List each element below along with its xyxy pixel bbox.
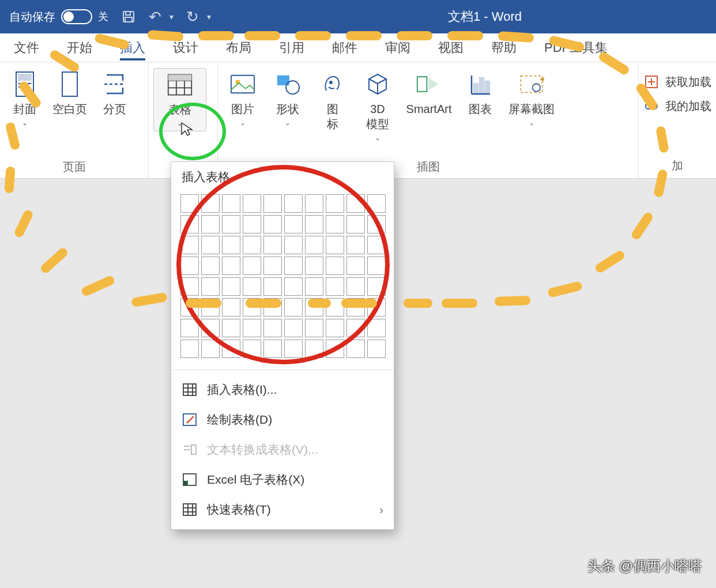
- grid-cell[interactable]: [180, 298, 199, 316]
- addins-get-button[interactable]: 获取加载: [643, 74, 711, 90]
- grid-cell[interactable]: [243, 298, 261, 316]
- grid-cell[interactable]: [367, 340, 386, 358]
- tab-home[interactable]: 开始: [53, 33, 106, 62]
- grid-cell[interactable]: [284, 257, 303, 275]
- grid-cell[interactable]: [243, 236, 261, 254]
- grid-cell[interactable]: [201, 298, 220, 316]
- grid-cell[interactable]: [305, 319, 323, 337]
- grid-cell[interactable]: [326, 340, 344, 358]
- grid-cell[interactable]: [367, 194, 386, 213]
- tab-layout[interactable]: 布局: [212, 33, 265, 62]
- grid-cell[interactable]: [305, 194, 323, 213]
- grid-cell[interactable]: [367, 277, 386, 296]
- grid-cell[interactable]: [243, 257, 261, 275]
- autosave-toggle[interactable]: 自动保存 关: [9, 9, 108, 25]
- grid-cell[interactable]: [326, 236, 344, 254]
- grid-cell[interactable]: [367, 319, 386, 337]
- menu-insert-table[interactable]: 插入表格(I)...: [171, 375, 394, 405]
- smartart-button[interactable]: SmartArt: [402, 68, 455, 120]
- table-button[interactable]: 表格 ⌄: [153, 68, 206, 131]
- grid-cell[interactable]: [263, 236, 282, 254]
- grid-cell[interactable]: [243, 340, 261, 358]
- grid-cell[interactable]: [222, 277, 240, 296]
- grid-cell[interactable]: [201, 257, 220, 275]
- grid-cell[interactable]: [222, 236, 240, 254]
- grid-cell[interactable]: [284, 277, 303, 296]
- grid-cell[interactable]: [305, 298, 323, 316]
- grid-cell[interactable]: [263, 257, 282, 275]
- grid-cell[interactable]: [305, 277, 323, 296]
- grid-cell[interactable]: [326, 194, 344, 213]
- tab-references[interactable]: 引用: [265, 33, 318, 62]
- grid-cell[interactable]: [305, 257, 323, 275]
- undo-icon[interactable]: ↶: [148, 9, 163, 24]
- grid-cell[interactable]: [201, 236, 220, 254]
- grid-cell[interactable]: [180, 194, 199, 213]
- grid-cell[interactable]: [201, 215, 220, 233]
- grid-cell[interactable]: [326, 298, 344, 316]
- tab-pdftools[interactable]: PDF工具集: [530, 33, 621, 62]
- grid-cell[interactable]: [243, 215, 261, 233]
- tab-mail[interactable]: 邮件: [318, 33, 371, 62]
- grid-cell[interactable]: [222, 340, 240, 358]
- grid-cell[interactable]: [180, 340, 199, 358]
- grid-cell[interactable]: [305, 340, 323, 358]
- grid-cell[interactable]: [326, 319, 344, 337]
- grid-cell[interactable]: [367, 257, 386, 275]
- grid-cell[interactable]: [180, 215, 199, 233]
- grid-cell[interactable]: [367, 236, 386, 254]
- grid-cell[interactable]: [346, 277, 365, 296]
- menu-quick-tables[interactable]: 快速表格(T) ›: [171, 495, 394, 525]
- icons-button[interactable]: 图 标: [312, 68, 353, 135]
- grid-cell[interactable]: [180, 319, 199, 337]
- grid-cell[interactable]: [326, 215, 344, 233]
- grid-cell[interactable]: [180, 236, 199, 254]
- table-grid-selector[interactable]: [171, 189, 394, 370]
- grid-cell[interactable]: [263, 277, 282, 296]
- grid-cell[interactable]: [284, 340, 303, 358]
- grid-cell[interactable]: [284, 215, 303, 233]
- grid-cell[interactable]: [346, 298, 365, 316]
- grid-cell[interactable]: [263, 215, 282, 233]
- grid-cell[interactable]: [263, 298, 282, 316]
- tab-file[interactable]: 文件: [0, 33, 53, 62]
- menu-draw-table[interactable]: 绘制表格(D): [171, 405, 394, 435]
- undo-dropdown-icon[interactable]: ▾: [169, 12, 174, 21]
- grid-cell[interactable]: [346, 257, 365, 275]
- grid-cell[interactable]: [326, 277, 344, 296]
- grid-cell[interactable]: [201, 194, 220, 213]
- grid-cell[interactable]: [243, 319, 261, 337]
- grid-cell[interactable]: [180, 257, 199, 275]
- addins-my-button[interactable]: 我的加载: [643, 98, 711, 114]
- tab-help[interactable]: 帮助: [477, 33, 530, 62]
- grid-cell[interactable]: [243, 277, 261, 296]
- grid-cell[interactable]: [346, 194, 365, 213]
- grid-cell[interactable]: [201, 340, 220, 358]
- grid-cell[interactable]: [284, 236, 303, 254]
- save-icon[interactable]: [121, 9, 136, 24]
- grid-cell[interactable]: [346, 319, 365, 337]
- grid-cell[interactable]: [305, 215, 323, 233]
- tab-view[interactable]: 视图: [424, 33, 477, 62]
- grid-cell[interactable]: [222, 298, 240, 316]
- grid-cell[interactable]: [284, 194, 303, 213]
- grid-cell[interactable]: [222, 257, 240, 275]
- grid-cell[interactable]: [367, 215, 386, 233]
- screenshot-button[interactable]: + 屏幕截图 ⌄: [505, 68, 558, 130]
- grid-cell[interactable]: [263, 194, 282, 213]
- grid-cell[interactable]: [201, 277, 220, 296]
- grid-cell[interactable]: [346, 340, 365, 358]
- grid-cell[interactable]: [222, 194, 240, 213]
- grid-cell[interactable]: [305, 236, 323, 254]
- grid-cell[interactable]: [222, 319, 240, 337]
- grid-cell[interactable]: [263, 319, 282, 337]
- redo-dropdown-icon[interactable]: ▾: [207, 12, 211, 21]
- grid-cell[interactable]: [346, 236, 365, 254]
- redo-icon[interactable]: ↻: [185, 9, 200, 24]
- tab-insert[interactable]: 插入: [106, 33, 159, 62]
- grid-cell[interactable]: [263, 340, 282, 358]
- grid-cell[interactable]: [346, 215, 365, 233]
- tab-review[interactable]: 审阅: [371, 33, 424, 62]
- grid-cell[interactable]: [326, 257, 344, 275]
- grid-cell[interactable]: [201, 319, 220, 337]
